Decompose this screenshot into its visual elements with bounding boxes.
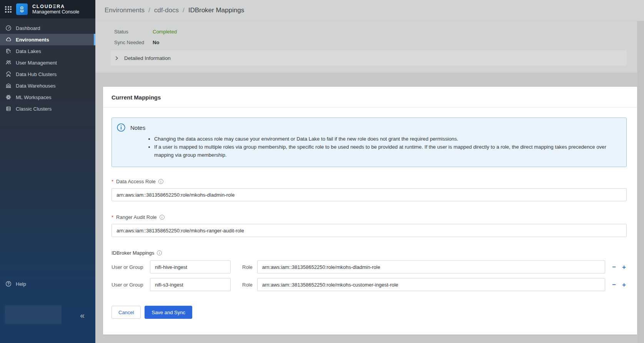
- data-access-role-input[interactable]: [111, 188, 627, 201]
- status-row: Status Completed: [114, 29, 627, 35]
- profile-menu-area[interactable]: [5, 305, 62, 324]
- sidebar-item-label: User Management: [16, 60, 57, 66]
- mapping-row: User or Group Role: [111, 278, 627, 291]
- sidebar-item-data-hub-clusters[interactable]: Data Hub Clusters: [0, 68, 95, 80]
- remove-mapping-icon[interactable]: [611, 282, 617, 288]
- product-name: Management Console: [32, 9, 79, 15]
- sidebar-item-label: ML Workspaces: [16, 94, 51, 100]
- brand-name: CLOUDΞRA: [32, 4, 79, 9]
- idbroker-mappings-label-row: IDBroker Mappings: [111, 250, 627, 256]
- required-asterisk: *: [111, 179, 113, 184]
- sync-needed-row: Sync Needed No: [114, 40, 627, 45]
- status-value: Completed: [153, 29, 177, 35]
- app-switcher-grid-icon[interactable]: [5, 6, 12, 13]
- user-management-icon: [5, 60, 12, 66]
- classic-clusters-icon: [5, 106, 12, 112]
- sidebar-nav: Dashboard Environments Data Lakes: [0, 22, 95, 114]
- topbar: Environments / cdf-docs / IDBroker Mappi…: [95, 0, 644, 21]
- ranger-audit-role-input[interactable]: [111, 224, 627, 237]
- breadcrumb-environment-name[interactable]: cdf-docs: [154, 7, 179, 14]
- sidebar-item-ml-workspaces[interactable]: ML Workspaces: [0, 91, 95, 103]
- breadcrumb-environments[interactable]: Environments: [105, 7, 145, 14]
- data-lakes-icon: [5, 48, 12, 54]
- card-title: Current Mappings: [103, 87, 637, 108]
- help-label: Help: [16, 281, 26, 287]
- add-mapping-icon[interactable]: [621, 264, 627, 270]
- scrollbar-track[interactable]: [637, 21, 644, 343]
- info-icon[interactable]: [157, 250, 162, 255]
- sidebar: CLOUDΞRA Management Console Dashboard En…: [0, 0, 95, 343]
- sidebar-item-dashboard[interactable]: Dashboard: [0, 22, 95, 34]
- notes-bullet: If a user is mapped to multiple roles vi…: [154, 143, 619, 159]
- ml-workspaces-icon: [5, 94, 12, 100]
- status-label: Status: [114, 29, 153, 35]
- notes-callout: Notes Changing the data access role may …: [111, 118, 627, 167]
- sidebar-item-label: Classic Clusters: [16, 106, 52, 112]
- sidebar-item-data-warehouses[interactable]: Data Warehouses: [0, 80, 95, 91]
- role-label: Role: [242, 264, 253, 270]
- sidebar-item-user-management[interactable]: User Management: [0, 57, 95, 68]
- user-or-group-input[interactable]: [150, 260, 231, 273]
- info-icon[interactable]: [158, 179, 163, 184]
- data-hub-clusters-icon: [5, 71, 12, 77]
- sidebar-collapse-icon[interactable]: [80, 311, 85, 319]
- page-title: IDBroker Mappings: [188, 7, 245, 14]
- data-access-role-label: Data Access Role: [116, 179, 156, 184]
- sync-needed-value: No: [153, 40, 159, 45]
- form-actions: Cancel Save and Sync: [111, 306, 627, 319]
- environments-icon: [5, 36, 12, 43]
- breadcrumb-separator: /: [148, 7, 150, 14]
- notes-header: Notes: [117, 123, 619, 132]
- data-access-role-label-row: * Data Access Role: [111, 179, 627, 184]
- role-label: Role: [242, 282, 253, 288]
- user-or-group-label: User or Group: [111, 264, 150, 270]
- sidebar-item-label: Dashboard: [16, 25, 40, 31]
- add-mapping-icon[interactable]: [621, 282, 627, 288]
- mapping-row: User or Group Role: [111, 260, 627, 273]
- sidebar-item-classic-clusters[interactable]: Classic Clusters: [0, 103, 95, 114]
- chevron-right-icon: [115, 56, 119, 60]
- scroll-region: Status Completed Sync Needed No Detailed…: [95, 21, 644, 343]
- save-and-sync-button[interactable]: Save and Sync: [145, 306, 192, 319]
- idbroker-mappings-label: IDBroker Mappings: [111, 250, 154, 256]
- user-or-group-label: User or Group: [111, 282, 150, 288]
- sidebar-item-label: Environments: [16, 37, 49, 43]
- detailed-information-expander[interactable]: Detailed Information: [111, 50, 627, 66]
- sync-needed-label: Sync Needed: [114, 40, 153, 45]
- breadcrumb: Environments / cdf-docs / IDBroker Mappi…: [105, 7, 244, 14]
- ranger-audit-role-label-row: * Ranger Audit Role: [111, 214, 627, 220]
- notes-title: Notes: [130, 124, 145, 131]
- breadcrumb-separator: /: [183, 7, 185, 14]
- detailed-information-label: Detailed Information: [124, 55, 171, 61]
- sidebar-item-label: Data Lakes: [16, 48, 41, 54]
- card-body: Notes Changing the data access role may …: [103, 108, 637, 329]
- help-icon: [5, 281, 12, 287]
- dashboard-icon: [5, 25, 12, 31]
- notes-list: Changing the data access role may cause …: [117, 135, 619, 159]
- role-input[interactable]: [257, 260, 605, 273]
- current-mappings-card: Current Mappings Notes Changing the data…: [103, 87, 637, 335]
- cancel-button[interactable]: Cancel: [111, 306, 141, 319]
- status-panel: Status Completed Sync Needed No Detailed…: [95, 21, 637, 73]
- role-input[interactable]: [257, 278, 605, 291]
- info-icon: [117, 123, 125, 132]
- info-icon[interactable]: [160, 215, 165, 220]
- sidebar-item-environments[interactable]: Environments: [0, 34, 95, 45]
- remove-mapping-icon[interactable]: [611, 264, 617, 270]
- notes-bullet: Changing the data access role may cause …: [154, 135, 619, 143]
- cloudera-logo-icon: [16, 3, 28, 15]
- ranger-audit-role-label: Ranger Audit Role: [116, 214, 157, 220]
- main-content: Environments / cdf-docs / IDBroker Mappi…: [95, 0, 644, 343]
- sidebar-item-label: Data Warehouses: [16, 83, 56, 89]
- sidebar-item-help[interactable]: Help: [5, 281, 26, 287]
- required-asterisk: *: [111, 214, 113, 220]
- data-warehouses-icon: [5, 83, 12, 89]
- sidebar-logo-band: CLOUDΞRA Management Console: [0, 0, 95, 18]
- app-title: CLOUDΞRA Management Console: [32, 4, 79, 15]
- sidebar-item-label: Data Hub Clusters: [16, 71, 57, 77]
- user-or-group-input[interactable]: [150, 278, 231, 291]
- sidebar-item-data-lakes[interactable]: Data Lakes: [0, 45, 95, 57]
